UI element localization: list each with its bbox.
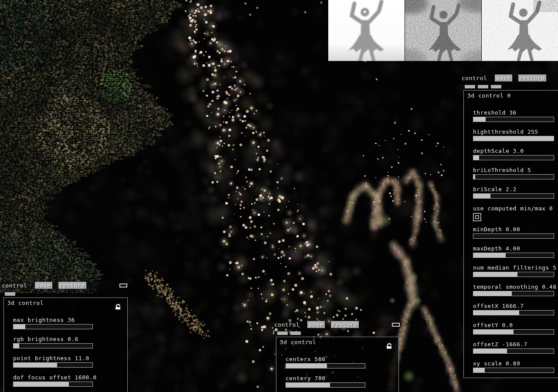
panel-tabs — [5, 292, 129, 296]
panel-body: 3d control centerx 566 centery 700 — [276, 337, 399, 392]
slider-num-median-filterings: num median filterings 5 — [473, 265, 558, 277]
slider-track[interactable] — [473, 291, 554, 296]
slider-label: minDepth 0.00 — [473, 226, 558, 233]
unlock-icon[interactable] — [114, 304, 122, 311]
slider-briscale: briScale 2.2 — [473, 186, 558, 199]
slider-track[interactable] — [286, 382, 365, 388]
slider-hightthreshold: hightthreshold 255 — [473, 129, 558, 141]
control-panel-center: control save restore 3d control centerx … — [273, 321, 401, 392]
slider-track[interactable] — [473, 233, 554, 239]
slider-label: temporal smoothing 0.48 — [473, 284, 558, 290]
slider-track[interactable] — [473, 348, 554, 354]
restore-button[interactable]: restore — [331, 321, 359, 328]
slider-rows: threshold 36 hightthreshold 255 depthSca… — [467, 110, 558, 373]
slider-label: centery 700 — [286, 375, 395, 382]
slider-label: offsetY 0.0 — [473, 322, 558, 328]
slider-label: dof focus offset 1600.0 — [13, 375, 124, 381]
minimize-box[interactable] — [119, 284, 127, 287]
slider-track[interactable] — [13, 362, 93, 368]
tab-1[interactable] — [290, 331, 301, 335]
slider-track[interactable] — [473, 368, 554, 373]
tab-0[interactable] — [5, 292, 15, 296]
toggle-label: use computed min/max 0 — [473, 206, 558, 212]
slider-label: max brightness 36 — [13, 317, 124, 323]
tab-1[interactable] — [478, 85, 488, 88]
slider-track[interactable] — [473, 310, 554, 315]
slider-offsetz: offsetZ -1666.7 — [473, 341, 558, 354]
tab-0[interactable] — [277, 331, 288, 335]
slider-track[interactable] — [473, 174, 554, 179]
slider-label: threshold 36 — [473, 110, 558, 116]
slider-rows: centerx 566 centery 700 — [280, 356, 395, 388]
slider-rows: max brightness 36 rgb brightness 0.6 poi… — [7, 317, 124, 387]
slider-label: hightthreshold 255 — [473, 129, 558, 135]
restore-button[interactable]: restore — [58, 282, 86, 289]
slider-track[interactable] — [473, 193, 554, 199]
slider-track[interactable] — [473, 329, 554, 335]
slider-offsety: offsetY 0.0 — [473, 322, 558, 335]
panel-header-title: control — [462, 75, 487, 81]
slider-label: rgb brightness 0.6 — [13, 336, 124, 342]
panel-header: control save restore — [461, 74, 558, 82]
slider-label: point brightness 11.0 — [13, 355, 124, 362]
slider-track[interactable] — [286, 363, 365, 368]
panel-header-title: control — [274, 322, 299, 328]
slider-offsetx: offsetX 1666.7 — [473, 303, 558, 315]
slider-track[interactable] — [13, 382, 93, 387]
depth-preview-noisy — [405, 0, 481, 61]
slider-track[interactable] — [13, 324, 93, 329]
panel-header: control save restore — [1, 281, 129, 289]
panel-title: 3d control 0 — [467, 93, 558, 98]
panel-body: 3d control max brightness 36 rgb brightn… — [3, 297, 128, 392]
save-button[interactable]: save — [35, 282, 52, 289]
save-button[interactable]: save — [307, 321, 324, 328]
slider-label: briScale 2.2 — [473, 186, 558, 193]
depth-preview-smooth — [328, 0, 405, 61]
restore-button[interactable]: restore — [518, 74, 546, 81]
panel-title: 3d control — [280, 339, 395, 345]
panel-tabs — [465, 85, 558, 88]
slider-mindepth: minDepth 0.00 — [473, 226, 558, 239]
slider-rgb-brightness: rgb brightness 0.6 — [13, 336, 124, 348]
control-panel-brightness: control save restore 3d control max brig… — [1, 281, 129, 392]
depth-preview-strip — [328, 0, 558, 61]
slider-track[interactable] — [473, 272, 554, 277]
slider-track[interactable] — [13, 343, 93, 348]
panel-tabs — [277, 331, 401, 335]
slider-point-brightness: point brightness 11.0 — [13, 355, 124, 368]
toggle-use-computed-minmax: use computed min/max 0 — [473, 206, 558, 221]
depth-preview-thresholded — [482, 0, 558, 61]
slider-track[interactable] — [473, 117, 554, 122]
checkbox-unchecked[interactable] — [473, 213, 481, 221]
panel-body: 3d control 0 threshold 36 hightthreshold… — [463, 90, 558, 378]
slider-xy-scale: xy scale 0.89 — [473, 361, 558, 373]
slider-track[interactable] — [473, 253, 554, 258]
tab-0[interactable] — [465, 85, 475, 88]
slider-track[interactable] — [473, 136, 554, 141]
panel-header-title: control — [2, 283, 27, 288]
minimize-box[interactable] — [392, 323, 400, 327]
slider-centerx: centerx 566 — [286, 356, 395, 368]
tab-2[interactable] — [491, 85, 501, 88]
slider-depthscale: depthScale 3.0 — [473, 148, 558, 160]
slider-label: num median filterings 5 — [473, 265, 558, 271]
control-panel-depth: control save restore 3d control 0 thresh… — [461, 74, 558, 378]
slider-temporal-smoothing: temporal smoothing 0.48 — [473, 284, 558, 296]
panel-header: control save restore — [273, 321, 401, 328]
slider-label: maxDepth 4.00 — [473, 246, 558, 252]
save-button[interactable]: save — [495, 74, 512, 81]
slider-label: xy scale 0.89 — [473, 361, 558, 367]
slider-centery: centery 700 — [286, 375, 395, 388]
slider-threshold: threshold 36 — [473, 110, 558, 122]
panel-title: 3d control — [7, 300, 124, 306]
slider-brilothreshold: briLoThreshold 5 — [473, 167, 558, 179]
slider-label: briLoThreshold 5 — [473, 167, 558, 173]
slider-max-brightness: max brightness 36 — [13, 317, 124, 329]
slider-label: depthScale 3.0 — [473, 148, 558, 154]
slider-label: centerx 566 — [286, 356, 395, 362]
slider-label: offsetZ -1666.7 — [473, 341, 558, 348]
slider-dof-focus-offset: dof focus offset 1600.0 — [13, 375, 124, 387]
slider-label: offsetX 1666.7 — [473, 303, 558, 309]
slider-track[interactable] — [473, 155, 554, 160]
unlock-icon[interactable] — [385, 343, 393, 350]
